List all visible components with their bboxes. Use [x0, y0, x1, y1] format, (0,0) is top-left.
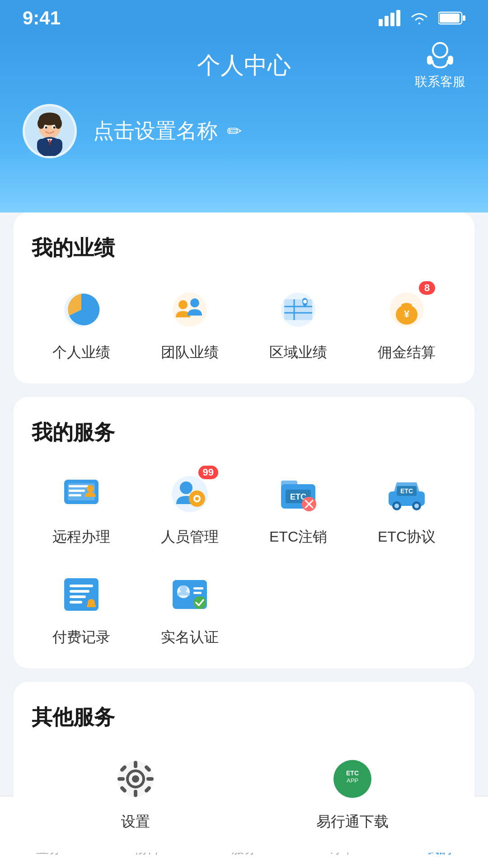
- svg-point-25: [178, 300, 188, 309]
- services-card: 我的服务 远程办理: [14, 397, 474, 668]
- region-performance-label: 区域业绩: [269, 343, 327, 363]
- svg-rect-1: [385, 16, 389, 26]
- region-performance-item[interactable]: 区域业绩: [249, 280, 348, 367]
- profile-name-row: 点击设置名称 ✏: [93, 117, 242, 145]
- svg-rect-61: [70, 595, 86, 598]
- svg-point-24: [173, 292, 207, 327]
- svg-rect-0: [379, 19, 383, 26]
- personnel-icon: 99: [165, 469, 215, 519]
- services-grid: 远程办理 99 人员管理: [32, 465, 456, 652]
- customer-service-label: 联系客服: [415, 73, 465, 90]
- commission-label: 佣金结算: [378, 343, 436, 363]
- page-title: 个人中心: [197, 50, 291, 81]
- etc-agreement-icon: ETC: [382, 469, 432, 519]
- svg-point-7: [433, 43, 447, 57]
- etc-cancel-icon: ETC: [273, 469, 323, 519]
- battery-icon: [438, 10, 465, 26]
- settings-item[interactable]: 设置: [32, 750, 239, 836]
- svg-rect-2: [390, 13, 394, 26]
- svg-rect-35: [69, 485, 89, 487]
- svg-rect-37: [69, 494, 81, 496]
- other-services-grid: 设置 ETC APP 易行通下载: [32, 750, 456, 836]
- personal-performance-icon: [56, 285, 106, 335]
- svg-rect-45: [281, 481, 297, 488]
- svg-rect-75: [117, 777, 125, 781]
- settings-icon: [111, 754, 160, 804]
- svg-rect-62: [70, 601, 82, 604]
- svg-point-40: [180, 481, 192, 494]
- svg-point-13: [38, 118, 45, 129]
- svg-rect-73: [134, 761, 137, 768]
- etc-cancel-item[interactable]: ETC ETC注销: [249, 465, 348, 552]
- yixingtong-label: 易行通下载: [316, 812, 389, 832]
- realname-icon: [165, 570, 215, 619]
- svg-point-43: [195, 497, 199, 500]
- other-services-card: 其他服务: [14, 682, 474, 853]
- realname-item[interactable]: 实名认证: [140, 565, 239, 652]
- commission-item[interactable]: ¥ 8 佣金结算: [357, 280, 456, 367]
- svg-rect-76: [146, 777, 154, 781]
- svg-rect-5: [463, 15, 465, 21]
- svg-point-38: [87, 485, 94, 492]
- svg-point-57: [414, 504, 419, 508]
- status-bar: 9:41: [0, 0, 488, 36]
- status-icons: [379, 10, 465, 26]
- payment-record-label: 付费记录: [52, 627, 110, 647]
- remote-service-icon: [56, 469, 106, 519]
- team-performance-label: 团队业绩: [161, 343, 219, 363]
- region-performance-icon: [273, 285, 323, 335]
- team-performance-icon: [165, 285, 215, 335]
- personnel-badge: 99: [198, 466, 218, 479]
- svg-text:¥: ¥: [404, 308, 410, 320]
- svg-point-18: [53, 127, 56, 129]
- svg-point-69: [193, 596, 206, 609]
- performance-grid: 个人业绩 团队业绩: [32, 280, 456, 367]
- performance-title: 我的业绩: [32, 234, 456, 262]
- svg-point-66: [180, 585, 187, 593]
- personnel-label: 人员管理: [161, 527, 219, 547]
- etc-agreement-item[interactable]: ETC ETC协议: [357, 465, 456, 552]
- svg-point-56: [394, 504, 399, 508]
- svg-rect-59: [70, 585, 93, 587]
- other-services-title: 其他服务: [32, 703, 456, 731]
- commission-badge: 8: [419, 281, 435, 295]
- commission-icon: ¥ 8: [382, 285, 432, 335]
- svg-text:ETC: ETC: [346, 769, 359, 777]
- svg-point-29: [303, 300, 307, 303]
- svg-text:APP: APP: [347, 777, 358, 784]
- svg-rect-36: [69, 490, 85, 492]
- edit-icon[interactable]: ✏: [227, 121, 242, 142]
- yixingtong-icon: ETC APP: [328, 754, 377, 804]
- svg-point-17: [45, 127, 47, 129]
- svg-rect-3: [396, 10, 400, 26]
- payment-record-icon: [56, 570, 106, 619]
- customer-service-button[interactable]: 联系客服: [415, 41, 465, 90]
- svg-point-14: [55, 118, 62, 129]
- payment-record-item[interactable]: 付费记录: [32, 565, 131, 652]
- etc-cancel-label: ETC注销: [269, 527, 327, 547]
- wifi-icon: [408, 10, 430, 26]
- realname-label: 实名认证: [161, 627, 219, 647]
- svg-rect-6: [440, 14, 460, 23]
- remote-service-item[interactable]: 远程办理: [32, 465, 131, 552]
- services-title: 我的服务: [32, 419, 456, 447]
- etc-agreement-label: ETC协议: [378, 527, 436, 547]
- yixingtong-item[interactable]: ETC APP 易行通下载: [249, 750, 456, 836]
- team-performance-item[interactable]: 团队业绩: [140, 280, 239, 367]
- profile-row[interactable]: 点击设置名称 ✏: [23, 104, 465, 158]
- performance-card: 我的业绩 个人业绩: [14, 212, 474, 383]
- svg-point-26: [190, 298, 199, 307]
- personal-performance-item[interactable]: 个人业绩: [32, 280, 131, 367]
- headset-icon: [424, 41, 456, 71]
- svg-rect-28: [284, 299, 312, 320]
- personal-performance-label: 个人业绩: [52, 343, 110, 363]
- svg-rect-60: [70, 590, 89, 593]
- svg-point-72: [132, 775, 139, 783]
- svg-rect-67: [193, 587, 203, 590]
- svg-text:ETC: ETC: [400, 487, 413, 495]
- svg-rect-74: [134, 790, 137, 797]
- header: 个人中心 联系客服: [0, 36, 488, 212]
- settings-label: 设置: [121, 812, 150, 832]
- avatar-image: [25, 106, 75, 156]
- personnel-item[interactable]: 99 人员管理: [140, 465, 239, 552]
